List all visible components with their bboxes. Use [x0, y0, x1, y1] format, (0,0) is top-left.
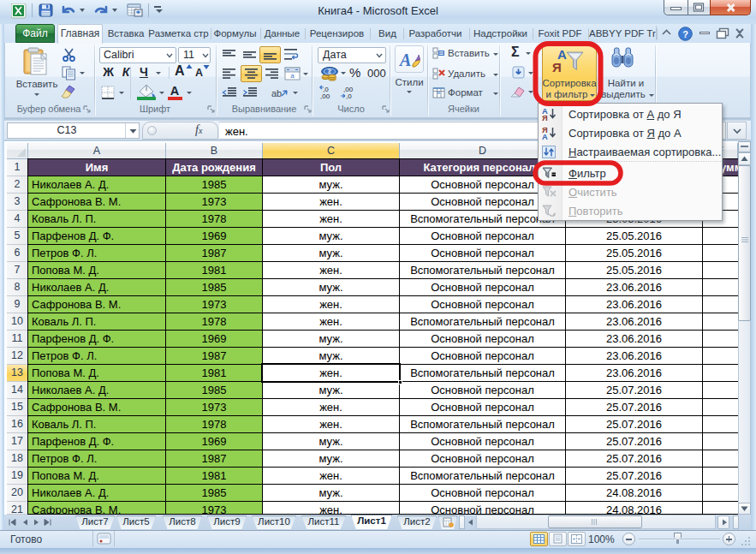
svg-text:?: ?: [682, 29, 688, 39]
svg-text:,0: ,0: [346, 92, 352, 100]
svg-text:А: А: [542, 133, 548, 140]
svg-text:Я: Я: [542, 114, 548, 121]
svg-text:A: A: [398, 51, 411, 69]
svg-text:a: a: [290, 72, 295, 80]
svg-text:ab: ab: [271, 88, 282, 98]
svg-text:,00: ,00: [320, 92, 330, 100]
